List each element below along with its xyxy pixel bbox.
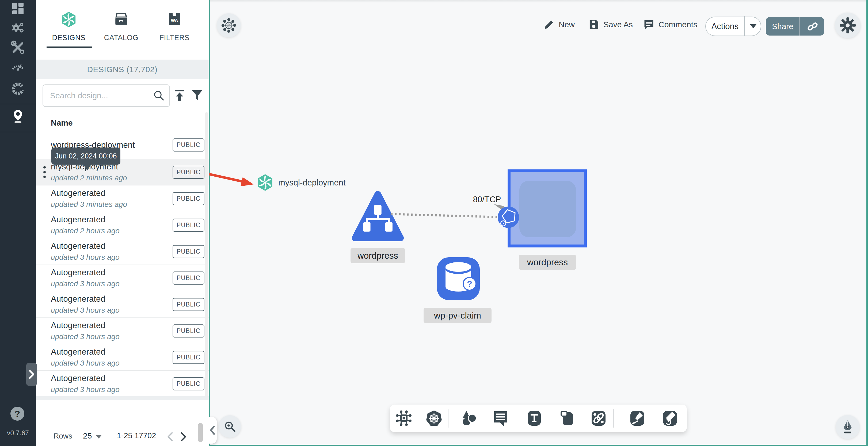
spaces-switcher-button[interactable] — [217, 13, 241, 37]
import-upload-icon[interactable] — [174, 89, 186, 102]
row-visibility-badge: PUBLIC — [173, 138, 205, 151]
mysql-deployment-node-icon[interactable] — [256, 173, 274, 192]
pen-nib-icon — [841, 419, 855, 435]
help-button[interactable]: ? — [10, 407, 24, 421]
tab-filters[interactable]: WA FILTERS — [154, 0, 194, 54]
comments-button[interactable]: Comments — [643, 19, 697, 31]
sidebar-divider — [0, 104, 36, 104]
wasm-filter-icon: WA — [167, 11, 182, 27]
row-visibility-badge: PUBLIC — [173, 298, 205, 311]
zoom-in-magnifier-icon — [223, 420, 237, 433]
dock-divider — [613, 409, 614, 427]
row-visibility-badge: PUBLIC — [173, 324, 205, 338]
row-subtitle: updated 3 hours ago — [51, 359, 173, 368]
panel-scrollbar-track — [205, 112, 208, 396]
tooltip-arrow — [83, 164, 92, 171]
extensions-icon[interactable] — [10, 81, 25, 96]
wordpress-service-node[interactable] — [351, 189, 404, 243]
design-canvas[interactable]: New Save As Comments Actions Share — [209, 0, 868, 446]
row-name: Autogenerated — [51, 321, 173, 330]
actions-caret-icon[interactable] — [750, 24, 756, 28]
collapse-panel-button[interactable] — [208, 417, 217, 444]
search-input[interactable] — [42, 84, 170, 107]
row-subtitle: updated 3 hours ago — [51, 385, 173, 394]
row-subtitle: updated 3 hours ago — [51, 306, 173, 314]
design-rows: wordpress-deployment PUBLIC mysql-deploy… — [36, 131, 209, 397]
panel-scrollbar-thumb[interactable] — [198, 423, 203, 442]
doodle-pen-tool-icon[interactable] — [661, 410, 679, 427]
chevron-right-icon — [28, 369, 35, 380]
shapes-tool-icon[interactable] — [461, 410, 477, 427]
share-split-button[interactable]: Share — [766, 17, 824, 36]
settings-button[interactable] — [835, 12, 861, 38]
wordpress-deployment-node[interactable] — [507, 169, 587, 247]
button-divider — [744, 16, 745, 36]
table-row[interactable]: Autogenerated updated 3 hours ago PUBLIC — [36, 371, 209, 397]
pagination-range-label: 1-25 17702 — [110, 431, 163, 440]
row-subtitle: updated 3 minutes ago — [51, 200, 173, 209]
catalog-archive-icon — [114, 11, 129, 27]
configuration-tools-icon[interactable] — [10, 40, 25, 55]
arrow-pen-tool-icon[interactable] — [629, 410, 646, 427]
tab-designs[interactable]: DESIGNS — [49, 0, 89, 54]
column-header-name[interactable]: Name — [51, 115, 73, 131]
row-name: Autogenerated — [51, 188, 173, 198]
row-visibility-badge: PUBLIC — [173, 218, 205, 232]
dock-divider — [448, 409, 448, 427]
mysql-deployment-node-label[interactable]: mysql-deployment — [278, 178, 346, 187]
row-name: Autogenerated — [51, 294, 173, 304]
comment-icon — [643, 19, 655, 31]
sidebar-expand-button[interactable] — [26, 363, 37, 386]
comment-tool-icon[interactable] — [492, 410, 509, 427]
dashboard-icon[interactable] — [10, 1, 25, 16]
component-chip-icon[interactable] — [395, 410, 412, 427]
tab-catalog[interactable]: CATALOG — [101, 0, 141, 54]
rows-select-caret-icon[interactable] — [96, 435, 102, 439]
row-subtitle: updated 3 hours ago — [51, 253, 173, 262]
filter-funnel-icon[interactable] — [192, 90, 203, 102]
lifecycle-gears-icon[interactable] — [10, 20, 25, 35]
table-row[interactable]: Autogenerated updated 3 hours ago PUBLIC — [36, 318, 209, 344]
table-row[interactable]: Autogenerated updated 3 minutes ago PUBL… — [36, 185, 209, 212]
row-subtitle: updated 3 hours ago — [51, 333, 173, 341]
row-name: Autogenerated — [51, 215, 173, 225]
row-visibility-badge: PUBLIC — [173, 377, 205, 390]
rows-per-page-select[interactable]: 25 — [83, 431, 92, 440]
row-name: Autogenerated — [51, 241, 173, 251]
row-subtitle: updated 2 minutes ago — [51, 174, 173, 182]
edge-port-label: 80/TCP — [467, 195, 507, 204]
wordpress-service-label[interactable]: wordpress — [350, 248, 405, 263]
wp-pv-claim-node[interactable]: ? — [437, 258, 480, 300]
actions-split-button[interactable]: Actions — [705, 16, 761, 36]
table-row[interactable]: Autogenerated updated 3 hours ago PUBLIC — [36, 344, 209, 371]
gear-icon — [840, 18, 856, 33]
table-row[interactable]: Autogenerated updated 2 hours ago PUBLIC — [36, 212, 209, 238]
wordpress-deployment-node-inner — [519, 181, 576, 237]
row-visibility-badge: PUBLIC — [173, 245, 205, 258]
pen-mode-button[interactable] — [836, 415, 860, 439]
meshery-logo-icon — [60, 11, 77, 28]
table-row[interactable]: Autogenerated updated 3 hours ago PUBLIC — [36, 238, 209, 265]
text-tool-icon[interactable] — [526, 410, 543, 427]
copy-link-icon[interactable] — [806, 20, 819, 33]
frame-media-tool-icon[interactable] — [558, 410, 576, 427]
table-row[interactable]: Autogenerated updated 3 hours ago PUBLIC — [36, 265, 209, 291]
kubernetes-icon[interactable] — [426, 410, 442, 427]
row-kebab-icon[interactable] — [43, 166, 46, 178]
prev-page-button[interactable] — [166, 431, 175, 443]
row-subtitle: updated 2 hours ago — [51, 227, 173, 235]
relationship-link-tool-icon[interactable] — [590, 410, 607, 427]
kanvas-pin-icon[interactable] — [10, 108, 25, 124]
svg-text:WA: WA — [171, 18, 178, 23]
new-button[interactable]: New — [543, 19, 575, 31]
search-icon[interactable] — [153, 90, 165, 102]
row-name: Autogenerated — [51, 374, 173, 383]
wp-pv-claim-label[interactable]: wp-pv-claim — [424, 308, 492, 323]
wordpress-deployment-label[interactable]: wordpress — [519, 255, 576, 270]
question-badge-icon: ? — [463, 277, 476, 291]
save-as-button[interactable]: Save As — [588, 19, 633, 31]
zoom-button[interactable] — [219, 415, 241, 438]
table-row[interactable]: Autogenerated updated 3 hours ago PUBLIC — [36, 291, 209, 318]
next-page-button[interactable] — [179, 431, 188, 443]
performance-icon[interactable] — [10, 59, 25, 74]
